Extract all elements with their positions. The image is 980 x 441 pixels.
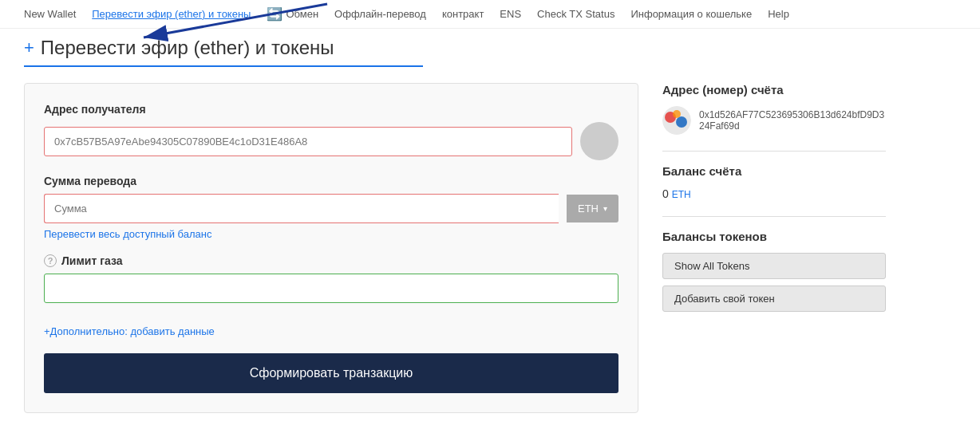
title-plus: + [24, 37, 34, 58]
left-panel: Адрес получателя Сумма перевода ETH ▾ Пе… [24, 83, 638, 413]
balance-section: Баланс счёта 0 ETH [662, 164, 886, 200]
currency-dropdown[interactable]: ETH ▾ [567, 195, 618, 222]
nav-transfer[interactable]: Перевести эфир (ether) и токены [92, 8, 251, 20]
recipient-label: Адрес получателя [44, 103, 618, 116]
account-address: 0x1d526AF77C523695306B13d624bfD9D324Faf6… [699, 109, 886, 132]
nav-contract[interactable]: контракт [442, 8, 484, 20]
balance-value: 0 ETH [662, 187, 886, 200]
nav-offline[interactable]: Оффлайн-перевод [334, 8, 426, 20]
recipient-input[interactable] [44, 127, 572, 156]
title-section: + Перевести эфир (ether) и токены [0, 29, 980, 67]
svg-point-5 [673, 110, 681, 118]
token-buttons: Show All Tokens Добавить свой токен [662, 253, 886, 312]
account-title: Адрес (номер) счёта [662, 83, 886, 96]
right-panel: Адрес (номер) счёта 0x1d526AF77C52369530… [662, 83, 886, 413]
main-nav: New Wallet Перевести эфир (ether) и токе… [0, 0, 980, 29]
submit-button[interactable]: Сформировать транзакцию [44, 353, 618, 393]
divider-1 [662, 151, 886, 152]
balance-currency: ETH [672, 189, 691, 200]
gas-help-icon[interactable]: ? [44, 254, 57, 267]
gas-label: ? Лимит газа [44, 254, 618, 267]
nav-wallet-info[interactable]: Информация о кошельке [630, 8, 752, 20]
exchange-icon: 🔄 [267, 6, 283, 22]
amount-label: Сумма перевода [44, 175, 618, 187]
account-row: 0x1d526AF77C523695306B13d624bfD9D324Faf6… [662, 106, 886, 135]
amount-field-group: Сумма перевода ETH ▾ Перевести весь дост… [44, 175, 618, 240]
amount-input-row: ETH ▾ [44, 194, 618, 223]
add-token-button[interactable]: Добавить свой токен [662, 285, 886, 312]
page-title: Перевести эфир (ether) и токены [41, 37, 334, 59]
account-avatar [662, 106, 691, 135]
recipient-field-group: Адрес получателя [44, 103, 618, 160]
token-title: Балансы токенов [662, 230, 886, 243]
transfer-all-link[interactable]: Перевести весь доступный баланс [44, 228, 211, 240]
account-section: Адрес (номер) счёта 0x1d526AF77C52369530… [662, 83, 886, 135]
svg-point-4 [676, 116, 687, 128]
nav-new-wallet[interactable]: New Wallet [24, 8, 76, 20]
currency-label: ETH [578, 203, 599, 215]
token-section: Балансы токенов Show All Tokens Добавить… [662, 230, 886, 312]
nav-check-tx[interactable]: Check TX Status [537, 8, 614, 20]
gas-input[interactable]: 21000 [44, 274, 618, 303]
recipient-input-row [44, 122, 618, 160]
dropdown-arrow-icon: ▾ [603, 204, 607, 213]
main-content: Адрес получателя Сумма перевода ETH ▾ Пе… [0, 67, 980, 429]
balance-title: Баланс счёта [662, 164, 886, 178]
show-all-tokens-button[interactable]: Show All Tokens [662, 253, 886, 279]
scan-button[interactable] [580, 122, 618, 160]
additional-data-link[interactable]: +Дополнительно: добавить данные [44, 325, 215, 337]
gas-field-group: ? Лимит газа 21000 [44, 254, 618, 303]
nav-help[interactable]: Help [768, 8, 789, 20]
divider-2 [662, 216, 886, 217]
amount-input[interactable] [44, 194, 559, 223]
nav-exchange[interactable]: Обмен [286, 8, 318, 20]
nav-ens[interactable]: ENS [500, 8, 521, 20]
